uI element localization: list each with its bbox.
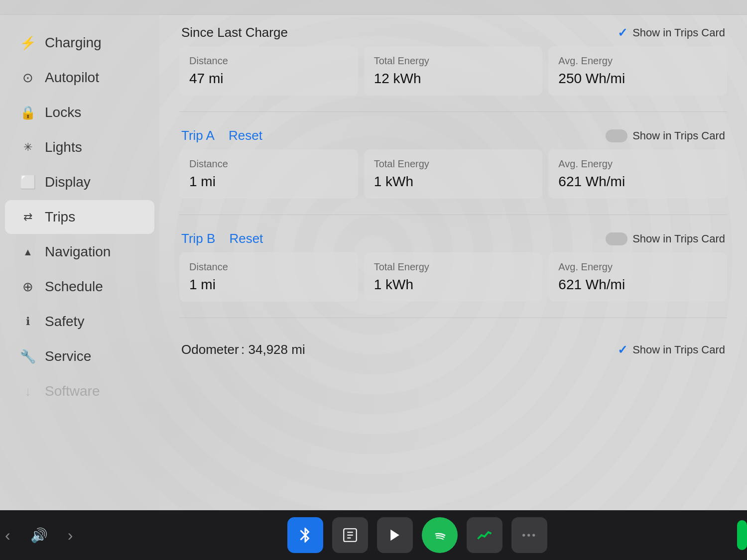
sidebar-label-autopilot: Autopilot bbox=[45, 70, 99, 86]
trip-a-stats: Distance 1 mi Total Energy 1 kWh Avg. En… bbox=[179, 149, 727, 199]
odometer-value: 34,928 mi bbox=[249, 342, 305, 357]
svg-point-5 bbox=[431, 527, 448, 543]
avg-energy-value-2: 621 Wh/mi bbox=[558, 174, 717, 190]
sidebar-item-service[interactable]: 🔧 Service bbox=[5, 339, 154, 373]
spotify-button[interactable] bbox=[422, 517, 458, 553]
sidebar-item-trips[interactable]: ⇄ Trips bbox=[5, 200, 154, 234]
total-energy-value-1: 12 kWh bbox=[374, 71, 533, 87]
sidebar-label-service: Service bbox=[45, 348, 91, 364]
dots-label: ••• bbox=[522, 530, 537, 541]
trip-b-stats: Distance 1 mi Total Energy 1 kWh Avg. En… bbox=[179, 252, 727, 302]
trip-b-reset[interactable]: Reset bbox=[229, 231, 263, 246]
sidebar-label-schedule: Schedule bbox=[45, 279, 103, 295]
trip-a-section: Trip A Reset Show in Trips Card Distance… bbox=[179, 128, 727, 199]
sidebar-label-navigation: Navigation bbox=[45, 244, 111, 260]
sidebar-item-safety[interactable]: ℹ Safety bbox=[5, 305, 154, 338]
sidebar-label-locks: Locks bbox=[45, 105, 81, 120]
trip-a-title[interactable]: Trip A bbox=[181, 128, 215, 143]
taskbar: ‹ 🔊 › bbox=[0, 510, 747, 560]
since-last-charge-avg-card: Avg. Energy 250 Wh/mi bbox=[548, 46, 727, 96]
odometer-row: Odometer : 34,928 mi ✓ Show in Trips Car… bbox=[179, 334, 727, 365]
info-button[interactable] bbox=[332, 517, 368, 553]
sidebar-label-lights: Lights bbox=[45, 139, 82, 155]
since-last-charge-stats: Distance 47 mi Total Energy 12 kWh Avg. … bbox=[179, 46, 727, 96]
trip-a-reset[interactable]: Reset bbox=[229, 128, 262, 143]
since-last-charge-show-label: Show in Trips Card bbox=[632, 26, 725, 39]
trip-b-show-label: Show in Trips Card bbox=[632, 232, 725, 245]
schedule-icon: ⊕ bbox=[20, 279, 36, 295]
distance-label-2: Distance bbox=[189, 158, 348, 170]
trip-a-distance-card: Distance 1 mi bbox=[179, 149, 358, 199]
avg-energy-label-2: Avg. Energy bbox=[558, 158, 717, 170]
total-energy-label-2: Total Energy bbox=[374, 158, 533, 170]
sidebar-item-schedule[interactable]: ⊕ Schedule bbox=[5, 270, 154, 304]
trip-a-avg-card: Avg. Energy 621 Wh/mi bbox=[548, 149, 727, 199]
avg-energy-label-3: Avg. Energy bbox=[558, 261, 717, 273]
distance-value-3: 1 mi bbox=[189, 277, 348, 293]
volume-button[interactable]: 🔊 bbox=[25, 522, 53, 549]
trip-b-title[interactable]: Trip B bbox=[181, 231, 215, 246]
since-last-charge-section: Since Last Charge ✓ Show in Trips Card D… bbox=[179, 25, 727, 96]
since-last-charge-checkmark: ✓ bbox=[618, 26, 627, 40]
avg-energy-value-1: 250 Wh/mi bbox=[558, 71, 717, 87]
odometer-colon: : bbox=[241, 342, 248, 357]
total-energy-value-2: 1 kWh bbox=[374, 174, 533, 190]
trip-a-show-label: Show in Trips Card bbox=[632, 129, 725, 142]
total-energy-value-3: 1 kWh bbox=[374, 277, 533, 293]
display-icon: ⬜ bbox=[20, 175, 36, 190]
sidebar-label-software: Software bbox=[45, 383, 100, 399]
svg-marker-4 bbox=[390, 530, 399, 541]
since-last-charge-show-trips: ✓ Show in Trips Card bbox=[618, 26, 725, 40]
trip-b-avg-card: Avg. Energy 621 Wh/mi bbox=[548, 252, 727, 302]
trip-b-show-trips: Show in Trips Card bbox=[606, 232, 725, 245]
trip-b-toggle[interactable] bbox=[606, 232, 627, 245]
more-button[interactable]: ••• bbox=[511, 517, 547, 553]
sidebar-item-software[interactable]: ↓ Software bbox=[5, 374, 154, 408]
bluetooth-button[interactable] bbox=[287, 517, 323, 553]
autopilot-icon: ⊙ bbox=[20, 70, 36, 86]
trip-a-toggle[interactable] bbox=[606, 129, 627, 142]
sidebar-item-charging[interactable]: ⚡ Charging bbox=[5, 26, 154, 60]
chart-button[interactable] bbox=[467, 517, 502, 553]
since-last-charge-distance-card: Distance 47 mi bbox=[179, 46, 358, 96]
trip-a-energy-card: Total Energy 1 kWh bbox=[364, 149, 543, 199]
avg-energy-label-1: Avg. Energy bbox=[558, 55, 717, 67]
distance-value-1: 47 mi bbox=[189, 71, 348, 87]
total-energy-label-3: Total Energy bbox=[374, 261, 533, 273]
sidebar-item-lights[interactable]: ✳ Lights bbox=[5, 130, 154, 164]
since-last-charge-title: Since Last Charge bbox=[181, 25, 288, 40]
odometer-show-label: Show in Trips Card bbox=[632, 343, 725, 356]
avg-energy-value-3: 621 Wh/mi bbox=[558, 277, 717, 293]
nav-right-button[interactable]: › bbox=[63, 521, 78, 550]
trip-b-section: Trip B Reset Show in Trips Card Distance… bbox=[179, 231, 727, 302]
sidebar: ⚡ Charging ⊙ Autopilot 🔒 Locks ✳ Lights … bbox=[0, 15, 159, 510]
distance-value-2: 1 mi bbox=[189, 174, 348, 190]
sidebar-item-navigation[interactable]: ▲ Navigation bbox=[5, 235, 154, 269]
trips-content: Since Last Charge ✓ Show in Trips Card D… bbox=[159, 15, 747, 510]
distance-label-3: Distance bbox=[189, 261, 348, 273]
sidebar-label-display: Display bbox=[45, 174, 91, 190]
sidebar-item-display[interactable]: ⬜ Display bbox=[5, 165, 154, 199]
green-indicator bbox=[737, 520, 747, 550]
trip-a-show-trips: Show in Trips Card bbox=[606, 129, 725, 142]
nav-left-button[interactable]: ‹ bbox=[0, 521, 15, 550]
trips-icon: ⇄ bbox=[20, 211, 36, 224]
software-icon: ↓ bbox=[20, 384, 36, 399]
odometer-label: Odometer bbox=[181, 342, 239, 357]
distance-label-1: Distance bbox=[189, 55, 348, 67]
locks-icon: 🔒 bbox=[20, 105, 36, 120]
sidebar-label-safety: Safety bbox=[45, 314, 84, 330]
odometer-info: Odometer : 34,928 mi bbox=[181, 342, 305, 357]
safety-icon: ℹ bbox=[20, 315, 36, 328]
play-button[interactable] bbox=[377, 517, 413, 553]
since-last-charge-energy-card: Total Energy 12 kWh bbox=[364, 46, 543, 96]
sidebar-label-trips: Trips bbox=[45, 209, 75, 225]
sidebar-item-locks[interactable]: 🔒 Locks bbox=[5, 96, 154, 129]
odometer-checkmark: ✓ bbox=[618, 343, 627, 357]
sidebar-label-charging: Charging bbox=[45, 35, 102, 51]
odometer-show-trips: ✓ Show in Trips Card bbox=[618, 343, 725, 357]
charging-icon: ⚡ bbox=[20, 35, 36, 51]
sidebar-item-autopilot[interactable]: ⊙ Autopilot bbox=[5, 61, 154, 95]
total-energy-label-1: Total Energy bbox=[374, 55, 533, 67]
navigation-icon: ▲ bbox=[20, 246, 36, 258]
